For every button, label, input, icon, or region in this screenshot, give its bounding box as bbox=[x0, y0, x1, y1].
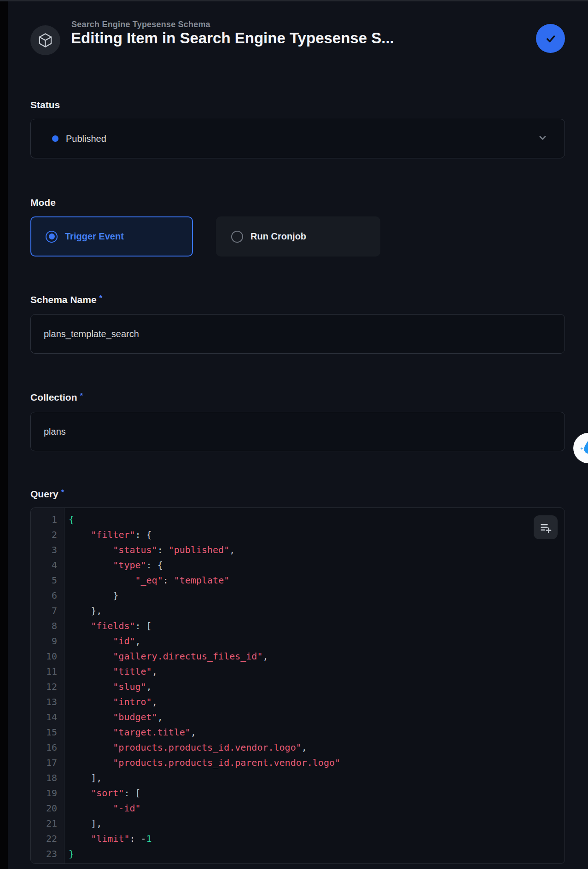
code-line[interactable]: "_eq": "template" bbox=[69, 573, 340, 588]
code-line[interactable]: "filter": { bbox=[69, 527, 340, 542]
line-number: 22 bbox=[31, 831, 64, 846]
line-number: 2 bbox=[31, 527, 64, 542]
line-number: 7 bbox=[31, 603, 64, 618]
code-line[interactable]: { bbox=[69, 512, 340, 527]
line-number: 15 bbox=[31, 725, 64, 740]
schema-name-label: Schema Name* bbox=[30, 294, 102, 305]
mode-option-label: Trigger Event bbox=[65, 231, 124, 242]
code-line[interactable]: ], bbox=[69, 816, 340, 831]
required-asterisk: * bbox=[99, 294, 103, 303]
code-line[interactable]: "intro", bbox=[69, 694, 340, 710]
radio-selected-icon bbox=[46, 231, 58, 243]
line-number: 9 bbox=[31, 634, 64, 649]
line-number: 13 bbox=[31, 694, 64, 710]
collection-label: Collection* bbox=[30, 391, 83, 403]
code-line[interactable]: "-id" bbox=[69, 801, 340, 816]
line-number: 12 bbox=[31, 679, 64, 694]
ai-assistant-button[interactable] bbox=[573, 433, 588, 463]
code-line[interactable]: } bbox=[69, 588, 340, 603]
chevron-down-icon[interactable] bbox=[536, 132, 549, 146]
page-title: Editing Item in Search Engine Typesense … bbox=[71, 29, 394, 47]
code-line[interactable]: } bbox=[69, 846, 340, 862]
editor-format-button[interactable] bbox=[534, 515, 558, 539]
code-line[interactable]: "budget", bbox=[69, 710, 340, 725]
code-line[interactable]: "fields": [ bbox=[69, 618, 340, 634]
status-label: Status bbox=[30, 99, 60, 111]
status-select[interactable]: Published bbox=[30, 119, 565, 158]
line-number: 8 bbox=[31, 618, 64, 634]
line-number: 20 bbox=[31, 801, 64, 816]
line-number: 19 bbox=[31, 786, 64, 801]
query-code-editor[interactable]: 1234567891011121314151617181920212223 { … bbox=[30, 507, 565, 864]
save-button[interactable] bbox=[536, 24, 565, 53]
schema-name-value: plans_template_search bbox=[44, 315, 139, 353]
line-number: 16 bbox=[31, 740, 64, 755]
code-line[interactable]: "sort": [ bbox=[69, 786, 340, 801]
editor-code[interactable]: { "filter": { "status": "published", "ty… bbox=[64, 508, 340, 863]
check-icon bbox=[543, 31, 558, 46]
mode-option-run-cronjob[interactable]: Run Cronjob bbox=[216, 216, 380, 257]
code-line[interactable]: "limit": -1 bbox=[69, 831, 340, 846]
line-number: 1 bbox=[31, 512, 64, 527]
code-line[interactable]: "status": "published", bbox=[69, 542, 340, 558]
line-number: 4 bbox=[31, 558, 64, 573]
code-line[interactable]: "title", bbox=[69, 664, 340, 679]
radio-unselected-icon bbox=[231, 231, 243, 243]
mode-option-trigger-event[interactable]: Trigger Event bbox=[30, 216, 193, 257]
status-dot-icon bbox=[52, 135, 58, 142]
code-line[interactable]: "products.products_id.vendor.logo", bbox=[69, 740, 340, 755]
collection-value: plans bbox=[44, 412, 66, 451]
line-number: 14 bbox=[31, 710, 64, 725]
line-number: 21 bbox=[31, 816, 64, 831]
line-number: 6 bbox=[31, 588, 64, 603]
code-line[interactable]: "id", bbox=[69, 634, 340, 649]
editor-gutter: 1234567891011121314151617181920212223 bbox=[31, 508, 64, 863]
status-value: Published bbox=[66, 119, 106, 158]
query-label: Query* bbox=[30, 488, 64, 500]
water-drop-sparkle-icon bbox=[578, 438, 588, 458]
line-number: 11 bbox=[31, 664, 64, 679]
item-edit-page: Search Engine Typesense Schema Editing I… bbox=[0, 0, 588, 869]
required-asterisk: * bbox=[61, 488, 64, 497]
top-edge-strip bbox=[0, 0, 588, 1]
line-number: 17 bbox=[31, 755, 64, 770]
line-number: 18 bbox=[31, 770, 64, 786]
code-line[interactable]: ], bbox=[69, 770, 340, 786]
collection-input[interactable]: plans bbox=[30, 412, 565, 451]
mode-label: Mode bbox=[30, 197, 56, 208]
breadcrumb[interactable]: Search Engine Typesense Schema bbox=[71, 20, 210, 29]
code-line[interactable]: "target.title", bbox=[69, 725, 340, 740]
line-number: 23 bbox=[31, 846, 64, 862]
playlist-add-icon bbox=[539, 521, 552, 534]
box-icon bbox=[30, 25, 60, 55]
left-edge-strip bbox=[0, 0, 8, 869]
line-number: 10 bbox=[31, 649, 64, 664]
mode-option-label: Run Cronjob bbox=[250, 231, 306, 242]
line-number: 3 bbox=[31, 542, 64, 558]
code-line[interactable]: "gallery.directus_files_id", bbox=[69, 649, 340, 664]
code-line[interactable]: "slug", bbox=[69, 679, 340, 694]
line-number: 5 bbox=[31, 573, 64, 588]
code-line[interactable]: "type": { bbox=[69, 558, 340, 573]
code-line[interactable]: }, bbox=[69, 603, 340, 618]
code-line[interactable]: "products.products_id.parent.vendor.logo… bbox=[69, 755, 340, 770]
schema-name-input[interactable]: plans_template_search bbox=[30, 314, 565, 354]
required-asterisk: * bbox=[80, 391, 83, 400]
